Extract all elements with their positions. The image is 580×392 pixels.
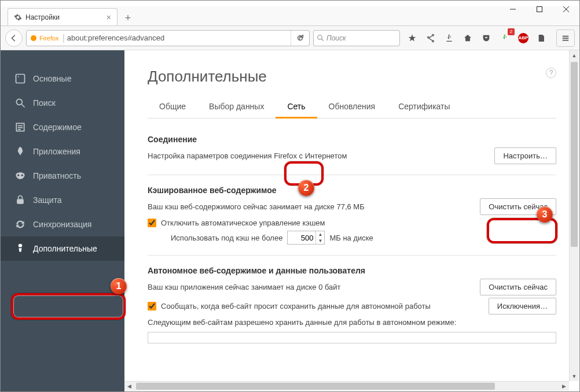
- downloads-button[interactable]: [440, 29, 458, 47]
- divider: [148, 255, 556, 256]
- override-cache-label: Отключить автоматическое управление кэше…: [161, 219, 325, 227]
- svg-point-10: [16, 99, 22, 105]
- offline-allowed-label: Следующим веб-сайтам разрешено хранить д…: [148, 317, 556, 328]
- sidebar-item-security[interactable]: Защита: [1, 188, 124, 212]
- tab-title: Настройки: [25, 13, 60, 21]
- window-controls: [500, 1, 579, 17]
- tab-data-choices[interactable]: Выбор данных: [197, 96, 276, 118]
- override-cache-checkbox[interactable]: [148, 219, 156, 227]
- scroll-left-arrow[interactable]: ◀: [124, 382, 134, 391]
- tabstrip: Настройки × +: [1, 6, 579, 26]
- horizontal-scrollbar[interactable]: ◀ ▶: [124, 381, 569, 391]
- offline-notify-label: Сообщать, когда веб-сайт просит сохранит…: [161, 302, 431, 310]
- download-count-badge: 2: [508, 28, 515, 35]
- sidebar-item-search[interactable]: Поиск: [1, 91, 124, 115]
- reload-button[interactable]: [291, 31, 309, 46]
- page-title: Дополнительные: [148, 68, 556, 86]
- menu-button[interactable]: [556, 29, 575, 47]
- tab-update[interactable]: Обновления: [317, 96, 387, 118]
- offline-status: Ваш кэш приложения сейчас занимает на ди…: [148, 282, 480, 293]
- search-icon: [317, 35, 324, 42]
- svg-point-5: [318, 35, 322, 39]
- main-panel: ? Дополнительные Общие Выбор данных Сеть…: [124, 50, 579, 391]
- connection-settings-button[interactable]: Настроить…: [494, 147, 556, 164]
- rocket-icon: [14, 146, 26, 157]
- svg-point-16: [17, 175, 19, 176]
- scroll-up-arrow[interactable]: ▲: [570, 50, 579, 60]
- search-bar[interactable]: Поиск: [313, 30, 400, 46]
- sidebar-item-label: Дополнительные: [33, 244, 97, 253]
- tab-certificates[interactable]: Сертификаты: [387, 96, 461, 118]
- maximize-button[interactable]: [526, 1, 553, 17]
- offline-heading: Автономное веб-содержимое и данные польз…: [148, 266, 556, 275]
- clear-cache-button[interactable]: Очистить сейчас: [480, 198, 556, 215]
- svg-rect-1: [537, 6, 542, 12]
- evernote-button[interactable]: [533, 29, 550, 47]
- minimize-button[interactable]: [500, 1, 526, 17]
- svg-line-11: [22, 105, 25, 108]
- svg-rect-8: [16, 75, 25, 83]
- new-tab-button[interactable]: +: [120, 10, 136, 25]
- svg-point-17: [21, 175, 23, 176]
- sidebar-item-label: Основные: [33, 74, 71, 83]
- gear-icon: [14, 13, 22, 21]
- share-icon[interactable]: [422, 29, 439, 47]
- url-bar[interactable]: Firefox | about:preferences#advanced: [26, 30, 310, 46]
- sidebar-item-general[interactable]: Основные: [1, 66, 124, 91]
- general-icon: [14, 73, 26, 84]
- scroll-right-arrow[interactable]: ▶: [559, 382, 569, 391]
- cache-status: Ваш кэш веб-содержимого сейчас занимает …: [148, 201, 480, 213]
- offline-sites-list[interactable]: [148, 332, 556, 343]
- sidebar-item-applications[interactable]: Приложения: [1, 139, 124, 164]
- abp-button[interactable]: ABP: [515, 29, 532, 47]
- advanced-icon: [14, 243, 26, 254]
- close-icon[interactable]: ×: [107, 13, 111, 22]
- vertical-scrollbar[interactable]: ▲ ▼: [569, 50, 579, 381]
- spin-up[interactable]: ▲: [316, 231, 324, 238]
- sidebar-item-advanced[interactable]: Дополнительные: [1, 236, 124, 261]
- titlebar: [1, 1, 579, 6]
- identity-box[interactable]: Firefox: [27, 35, 63, 42]
- cache-limit-spinbox[interactable]: ▲▼: [287, 231, 325, 245]
- advanced-subtabs: Общие Выбор данных Сеть Обновления Серти…: [148, 96, 556, 119]
- close-button[interactable]: [553, 1, 579, 17]
- tab-network[interactable]: Сеть: [276, 96, 317, 119]
- spin-down[interactable]: ▼: [316, 238, 324, 244]
- home-button[interactable]: [459, 29, 476, 47]
- sidebar-item-privacy[interactable]: Приватность: [1, 164, 124, 188]
- sidebar-item-label: Содержимое: [33, 123, 82, 132]
- offline-exceptions-button[interactable]: Исключения…: [489, 298, 556, 315]
- navbar: Firefox | about:preferences#advanced Пои…: [1, 26, 579, 50]
- cache-limit-input[interactable]: [288, 234, 315, 242]
- connection-heading: Соединение: [148, 135, 556, 144]
- sidebar: Основные Поиск Содержимое Приложения При…: [1, 50, 124, 391]
- scroll-down-arrow[interactable]: ▼: [570, 371, 579, 381]
- sidebar-item-label: Защита: [33, 195, 62, 205]
- back-button[interactable]: [5, 29, 23, 47]
- sidebar-item-label: Синхронизация: [33, 220, 91, 229]
- sidebar-item-label: Приложения: [33, 147, 80, 156]
- browser-tab[interactable]: Настройки ×: [8, 8, 118, 25]
- clear-offline-button[interactable]: Очистить сейчас: [480, 279, 556, 295]
- connection-desc: Настройка параметров соединения Firefox …: [148, 150, 494, 162]
- addon-download-icon[interactable]: 2: [496, 29, 513, 47]
- scroll-thumb[interactable]: [136, 383, 495, 390]
- mask-icon: [14, 170, 26, 182]
- sidebar-item-sync[interactable]: Синхронизация: [1, 212, 124, 236]
- toolbar-icons: 2 ABP: [403, 29, 550, 47]
- svg-point-9: [18, 76, 19, 77]
- cache-limit-prefix: Использовать под кэш не более: [171, 234, 282, 242]
- svg-rect-7: [446, 40, 451, 41]
- bookmark-star-icon[interactable]: [403, 29, 421, 47]
- cache-limit-suffix: МБ на диске: [329, 234, 373, 242]
- search-icon: [14, 97, 26, 109]
- pocket-button[interactable]: [478, 29, 495, 47]
- search-placeholder: Поиск: [326, 34, 346, 42]
- help-button[interactable]: ?: [546, 68, 556, 78]
- sidebar-item-content[interactable]: Содержимое: [1, 115, 124, 139]
- scroll-thumb[interactable]: [571, 62, 578, 247]
- url-text: about:preferences#advanced: [65, 34, 291, 42]
- offline-notify-checkbox[interactable]: [148, 302, 156, 310]
- tab-general[interactable]: Общие: [148, 96, 197, 118]
- firefox-icon: [30, 35, 37, 42]
